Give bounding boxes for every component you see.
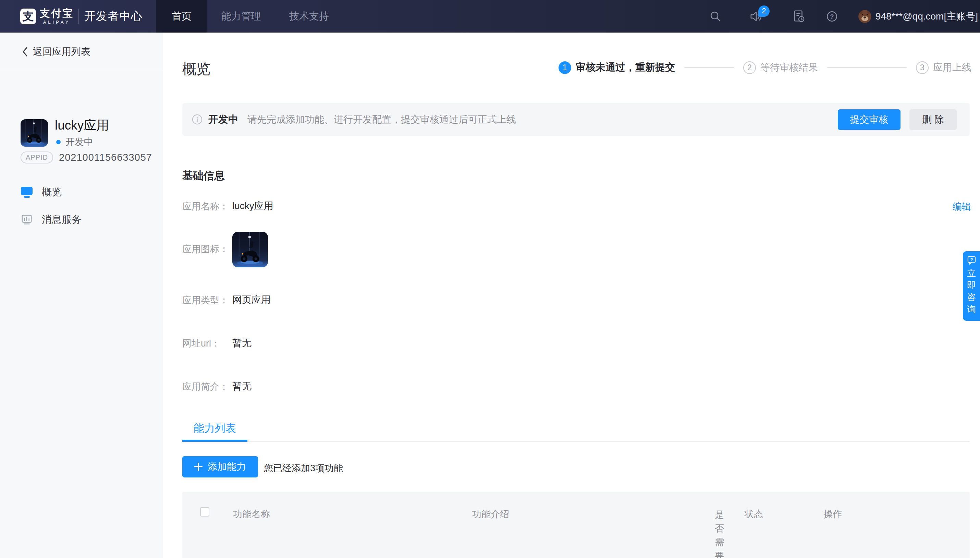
appid-row: APPID 2021001156633057 — [21, 151, 152, 164]
brand[interactable]: 支 支付宝 ALIPAY 开发者中心 — [20, 0, 143, 33]
navbar-right: 2 ? — [710, 0, 978, 33]
search-icon[interactable] — [710, 11, 721, 22]
app-name-label: 应用名称： — [182, 200, 229, 212]
basic-info-heading: 基础信息 — [182, 169, 225, 183]
brand-divider — [78, 9, 79, 24]
alert-description: 请先完成添加功能、进行开发配置，提交审核通过后可正式上线 — [247, 113, 516, 126]
column-header-action: 操作 — [823, 508, 842, 520]
back-label: 返回应用列表 — [33, 45, 90, 58]
alert-actions: 提交审核 删 除 — [838, 109, 957, 130]
app-type-label: 应用类型： — [182, 294, 229, 307]
account-label[interactable]: 948***@qq.com[主账号] — [875, 10, 978, 23]
site-url-value: 暂无 — [232, 336, 251, 350]
alert-status: 开发中 — [208, 113, 238, 126]
status-alert-bar: 开发中 请先完成添加功能、进行开发配置，提交审核通过后可正式上线 提交审核 删 … — [182, 103, 970, 136]
brand-name-en: ALIPAY — [43, 20, 70, 25]
step-connector — [684, 67, 734, 68]
step-3-label: 应用上线 — [933, 61, 972, 74]
brand-text: 支付宝 ALIPAY — [40, 8, 74, 25]
ability-table-header: 功能名称 功能介绍 是否需要 状态 操作 — [182, 492, 970, 558]
status-label: 开发中 — [66, 136, 93, 148]
consult-question-icon: ? — [967, 256, 976, 265]
page-title: 概览 — [182, 60, 210, 79]
tab-divider — [182, 441, 970, 442]
add-ability-button[interactable]: 添加能力 — [182, 456, 258, 478]
consult-label: 立即咨询 — [967, 268, 976, 315]
back-chevron-icon — [22, 47, 28, 57]
step-connector — [827, 67, 907, 68]
sidebar-item-message-service[interactable]: 消息服务 — [0, 208, 163, 231]
add-ability-label: 添加能力 — [208, 460, 246, 473]
app-icon-label: 应用图标： — [182, 243, 229, 255]
main-nav: 首页 能力管理 技术支持 — [156, 0, 343, 33]
delete-button[interactable]: 删 除 — [910, 109, 957, 130]
nav-item-ability[interactable]: 能力管理 — [207, 0, 275, 33]
edit-link[interactable]: 编辑 — [952, 200, 971, 213]
progress-steps: 1 审核未通过，重新提交 2 等待审核结果 3 应用上线 — [559, 61, 972, 74]
back-to-app-list[interactable]: 返回应用列表 — [0, 33, 163, 71]
status-dot-icon — [56, 140, 61, 144]
app-thumbnail-image — [21, 119, 48, 147]
step-3-circle: 3 — [916, 61, 929, 74]
announcement-icon[interactable]: 2 — [749, 10, 762, 23]
consult-float-button[interactable]: ? 立即咨询 — [963, 251, 980, 321]
message-service-icon — [21, 214, 33, 225]
overview-icon — [21, 187, 33, 198]
notification-badge: 2 — [758, 5, 770, 17]
app-desc-value: 暂无 — [232, 380, 251, 393]
app-name: lucky应用 — [55, 117, 109, 134]
app-icon-image — [232, 232, 268, 268]
sidebar-item-label: 消息服务 — [42, 213, 82, 226]
svg-text:?: ? — [830, 13, 834, 20]
avatar[interactable] — [858, 10, 871, 23]
site-url-label: 网址url： — [182, 337, 220, 350]
sidebar-item-label: 概览 — [42, 185, 62, 199]
step-2-circle: 2 — [743, 61, 756, 74]
app-type-value: 网页应用 — [232, 294, 271, 307]
app-name-value: lucky应用 — [232, 200, 274, 212]
select-all-checkbox[interactable] — [200, 507, 209, 517]
nav-item-support[interactable]: 技术支持 — [275, 0, 343, 33]
record-log-icon[interactable] — [793, 10, 805, 23]
appid-value: 2021001156633057 — [59, 152, 152, 163]
plus-icon — [194, 463, 203, 471]
app-desc-label: 应用简介： — [182, 381, 229, 393]
step-1-label: 审核未通过，重新提交 — [576, 61, 675, 74]
column-header-intro: 功能介绍 — [472, 508, 509, 520]
product-title: 开发者中心 — [84, 8, 143, 24]
step-1-circle: 1 — [559, 61, 571, 74]
submit-review-button[interactable]: 提交审核 — [838, 109, 900, 130]
top-navbar: 支 支付宝 ALIPAY 开发者中心 首页 能力管理 技术支持 2 — [0, 0, 980, 33]
sidebar: 返回应用列表 lucky应用 开发中 APPID 202100115663305… — [0, 33, 163, 558]
added-count-hint: 您已经添加3项功能 — [264, 462, 343, 474]
nav-item-home[interactable]: 首页 — [156, 0, 207, 33]
tab-active-indicator — [182, 440, 247, 442]
column-header-status: 状态 — [745, 508, 763, 520]
tab-ability-list[interactable]: 能力列表 — [182, 421, 247, 436]
help-icon[interactable]: ? — [826, 11, 838, 22]
svg-text:?: ? — [970, 258, 973, 262]
sidebar-item-overview[interactable]: 概览 — [0, 181, 163, 204]
column-header-name: 功能名称 — [233, 508, 270, 520]
step-2-label: 等待审核结果 — [760, 61, 818, 74]
app-status: 开发中 — [56, 136, 93, 148]
alipay-logo-icon: 支 — [20, 8, 36, 24]
brand-name-cn: 支付宝 — [40, 8, 74, 19]
info-icon — [192, 114, 203, 125]
column-header-required: 是否需要 — [715, 508, 725, 558]
appid-badge: APPID — [21, 151, 53, 164]
